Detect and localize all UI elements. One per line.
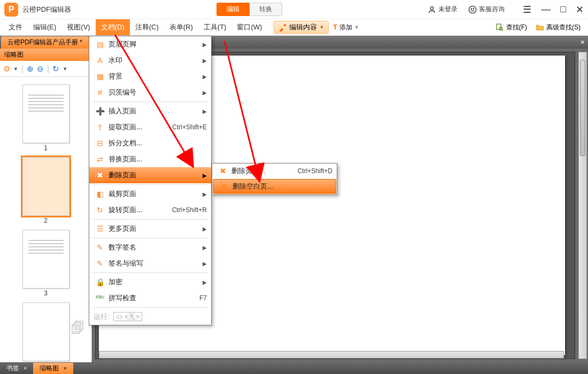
- signature-icon: ✎: [94, 259, 106, 268]
- menu-delete-page[interactable]: ✖删除页面▶: [89, 167, 211, 183]
- menu-window[interactable]: 窗口(W): [231, 19, 267, 35]
- menu-tool[interactable]: 工具(T): [198, 19, 232, 35]
- mode-edit-button[interactable]: 编辑: [216, 3, 250, 16]
- menu-replace-page[interactable]: ⇄替换页面...: [89, 151, 211, 167]
- background-icon: ▦: [94, 72, 106, 81]
- submenu-delete-blank[interactable]: ✖删除空白页...: [213, 179, 336, 194]
- menu-split-doc[interactable]: ⊟拆分文档...: [89, 135, 211, 151]
- menu-document[interactable]: 文档(D): [96, 19, 130, 35]
- app-logo: P: [4, 3, 18, 17]
- edit-content-button[interactable]: 编辑内容 ▼: [274, 21, 329, 34]
- chevron-right-icon: ▶: [203, 90, 207, 96]
- watermark-icon: A: [94, 56, 106, 65]
- insert-icon: ➕: [94, 107, 106, 115]
- menu-encrypt[interactable]: 🔒加密▶: [89, 274, 211, 290]
- thumbnail-page[interactable]: [22, 157, 69, 216]
- app-title: 云橙PDF编辑器: [22, 5, 71, 14]
- chevron-right-icon: ▶: [203, 191, 207, 197]
- chevron-right-icon: ▶: [203, 245, 207, 251]
- tab-close-button[interactable]: ×: [581, 38, 585, 46]
- delete-icon: ✖: [218, 182, 230, 191]
- menu-form[interactable]: 表单(R): [164, 19, 198, 35]
- thumbnail-number: 1: [0, 144, 91, 152]
- menu-watermark[interactable]: A水印▶: [89, 52, 211, 68]
- thumbnail-sidebar: 缩略图 ⚙ ▼ | ⊕ ⊖ | ↻ ▼ 1 2 3 4 🗐: [0, 49, 92, 362]
- mode-convert-button[interactable]: 转换: [250, 3, 282, 16]
- extract-icon: ⇪: [94, 123, 106, 131]
- document-tab[interactable]: 云橙PDF编辑器产品手册 *: [1, 36, 89, 49]
- menu-edit[interactable]: 编辑(E): [28, 19, 61, 35]
- close-icon[interactable]: ×: [63, 365, 66, 371]
- delete-icon: ✖: [94, 171, 106, 180]
- menu-icon[interactable]: ☰: [523, 4, 531, 15]
- add-button[interactable]: T 添加 ▼: [329, 21, 363, 34]
- chevron-right-icon: ▶: [203, 279, 207, 285]
- pages-icon: ☰: [94, 224, 106, 233]
- chevron-down-icon: ▼: [319, 25, 324, 30]
- menu-header-footer[interactable]: ▤页眉页脚▶: [89, 36, 211, 52]
- chevron-right-icon: ▶: [203, 108, 207, 114]
- user-icon: [428, 5, 436, 14]
- find-button[interactable]: 查找(F): [491, 21, 531, 34]
- signature-icon: ✎: [94, 243, 106, 252]
- thumbnail-page[interactable]: [22, 84, 69, 143]
- adv-find-button[interactable]: 高级查找(S): [531, 21, 585, 34]
- menu-view[interactable]: 视图(V): [61, 19, 95, 35]
- svg-point-0: [430, 6, 433, 9]
- wrench-icon: [278, 23, 287, 32]
- svg-point-3: [473, 9, 474, 9]
- support-button[interactable]: 客服咨询: [468, 5, 505, 14]
- chevron-right-icon: ▶: [203, 74, 207, 80]
- tab-bookmark[interactable]: 书签×: [0, 363, 33, 374]
- document-menu-dropdown: ▤页眉页脚▶ A水印▶ ▦背景▶ #贝茨编号▶ ➕插入页面▶ ⇪提取页面...C…: [89, 36, 212, 325]
- submenu-delete-page[interactable]: ✖删除页面...Ctrl+Shift+D: [212, 163, 337, 178]
- chevron-down-icon[interactable]: ▼: [13, 66, 18, 72]
- menu-spell-check[interactable]: ᴬᴮᶜ拼写检查F7: [89, 290, 211, 306]
- chevron-right-icon: ▶: [203, 261, 207, 267]
- delete-icon: ✖: [216, 167, 229, 175]
- number-icon: #: [94, 88, 106, 97]
- menu-comment[interactable]: 注释(C): [130, 19, 164, 35]
- pages-stack-icon[interactable]: 🗐: [71, 320, 85, 337]
- chevron-right-icon: ▶: [203, 58, 207, 64]
- menu-background[interactable]: ▦背景▶: [89, 68, 211, 84]
- chevron-right-icon: ▶: [203, 42, 207, 48]
- svg-point-2: [471, 9, 471, 9]
- menu-extract-page[interactable]: ⇪提取页面...Ctrl+Shift+E: [89, 119, 211, 135]
- thumbnail-page[interactable]: [22, 302, 69, 361]
- search-icon: [496, 23, 504, 32]
- horizontal-scrollbar[interactable]: [99, 351, 564, 359]
- zoom-out-icon[interactable]: ⊖: [37, 64, 44, 74]
- vertical-scrollbar[interactable]: [578, 52, 587, 359]
- menu-insert-page[interactable]: ➕插入页面▶: [89, 103, 211, 119]
- account-button[interactable]: 未登录: [428, 5, 458, 14]
- gear-icon[interactable]: ⚙: [3, 64, 10, 74]
- close-icon[interactable]: ×: [24, 365, 27, 371]
- menu-file[interactable]: 文件: [3, 19, 28, 35]
- rotate-icon[interactable]: ↻: [52, 64, 59, 74]
- text-icon: T: [333, 24, 337, 31]
- thumbnail-page[interactable]: [22, 230, 69, 289]
- menu-sig-abbrev[interactable]: ✎签名与缩写▶: [89, 255, 211, 271]
- replace-icon: ⇄: [94, 155, 106, 163]
- menu-digital-sig[interactable]: ✎数字签名▶: [89, 239, 211, 255]
- menu-rotate-page[interactable]: ↻旋转页面...Ctrl+Shift+R: [89, 202, 211, 218]
- chevron-down-icon[interactable]: ▼: [63, 66, 67, 72]
- menu-more-pages[interactable]: ☰更多页面▶: [89, 221, 211, 237]
- zoom-in-icon[interactable]: ⊕: [27, 64, 34, 74]
- menu-crop-page[interactable]: ◧裁剪页面▶: [89, 186, 211, 202]
- svg-rect-4: [497, 24, 501, 29]
- menu-run: 运行: ▭ <无>: [89, 309, 211, 325]
- svg-point-1: [469, 6, 476, 13]
- maximize-button[interactable]: □: [560, 4, 566, 15]
- menu-bates[interactable]: #贝茨编号▶: [89, 84, 211, 100]
- tab-thumbnail[interactable]: 缩略图×: [33, 363, 73, 374]
- crop-icon: ◧: [94, 190, 106, 198]
- document-tab-bar: 云橙PDF编辑器产品手册 * ×: [0, 36, 588, 49]
- scrollbar-thumb[interactable]: [580, 60, 585, 156]
- menu-bar: 文件 编辑(E) 视图(V) 文档(D) 注释(C) 表单(R) 工具(T) 窗…: [0, 19, 588, 36]
- thumbnail-number: 2: [0, 217, 91, 224]
- bottom-tab-bar: 书签× 缩略图×: [0, 362, 588, 374]
- close-button[interactable]: ✕: [576, 4, 584, 15]
- minimize-button[interactable]: —: [541, 4, 551, 15]
